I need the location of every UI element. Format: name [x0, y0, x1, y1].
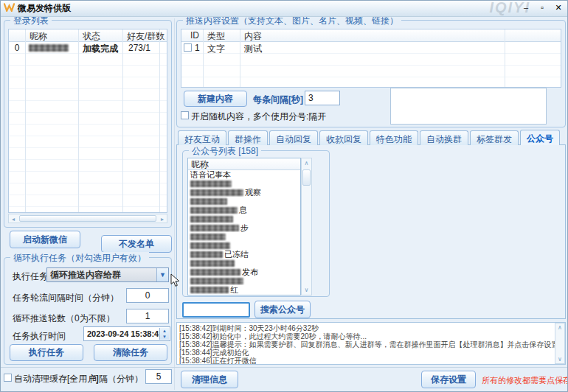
- content-col-type[interactable]: 类型: [207, 30, 225, 43]
- blurred-account-name: [190, 207, 238, 214]
- account-list-item[interactable]: 发布: [188, 267, 300, 276]
- datetime-spinner-icon[interactable]: ▲▼: [159, 328, 169, 340]
- tab-自动回复[interactable]: 自动回复: [269, 130, 318, 145]
- account-name-text: 已冻结: [224, 250, 249, 259]
- app-icon: [4, 3, 15, 14]
- accounts-vscrollbar[interactable]: ∧ ∨: [301, 158, 312, 295]
- app-window: 微易发特供版 IQIYI – ▫ ✕ 登录列表 昵称 状态 好友/群数 0加载完…: [0, 0, 568, 392]
- blurred-account-name: [190, 251, 223, 258]
- scroll-right-icon[interactable]: ▸: [158, 216, 167, 223]
- account-list-item[interactable]: 语音记事本: [188, 170, 300, 179]
- account-list-item[interactable]: 红: [188, 285, 300, 294]
- log-vscrollbar[interactable]: ∧ ∨: [555, 323, 565, 364]
- account-list-item[interactable]: 观察: [188, 188, 300, 197]
- task-select[interactable]: 循环推送内容给群 ▼: [46, 267, 169, 282]
- blurred-account-name: [190, 198, 227, 205]
- account-search-input[interactable]: [182, 302, 250, 318]
- accounts-list[interactable]: 昵称 语音记事本观察息步已冻结发布红: [187, 158, 301, 295]
- random-content-label: 开启随机内容，多个使用分号:隔开: [191, 111, 326, 123]
- tab-特色功能[interactable]: 特色功能: [370, 130, 418, 145]
- auto-clean-label: 自动清理缓存[全用户]: [14, 373, 99, 385]
- login-col-nickname[interactable]: 昵称: [30, 30, 47, 43]
- login-col-line: [78, 29, 79, 212]
- tab-自动换群[interactable]: 自动换群: [420, 130, 468, 145]
- exec-time-input[interactable]: 2023-09-24 15:38:41 ▲▼: [83, 326, 170, 341]
- login-count: 273/1: [128, 43, 150, 53]
- no-send-list-button[interactable]: 不发名单: [101, 235, 172, 253]
- login-table-header: 昵称 状态 好友/群数: [9, 29, 167, 42]
- account-list-item[interactable]: [188, 276, 300, 285]
- login-table-row[interactable]: 0加载完成273/1: [9, 42, 167, 54]
- blurred-account-name: [190, 225, 239, 231]
- account-list-item[interactable]: [188, 214, 300, 223]
- account-list-item[interactable]: [188, 241, 300, 250]
- log-line: [15:38:42]到期时间：30天23小时46分32秒: [177, 324, 565, 332]
- clean-interval-label: 间隔（分钟）: [90, 373, 143, 385]
- tab-strip: 好友互动群操作自动回复收款回复特色功能自动换群标签群发公众号: [178, 130, 560, 145]
- content-table-row[interactable]: 1文字测试: [181, 42, 561, 54]
- account-list-item[interactable]: [188, 179, 300, 188]
- scroll-thumb[interactable]: [19, 215, 156, 222]
- tab-收款回复[interactable]: 收款回复: [319, 130, 368, 145]
- rounds-input[interactable]: 1: [126, 309, 169, 323]
- account-list-item[interactable]: [188, 259, 300, 267]
- account-list-item[interactable]: 步: [188, 223, 300, 232]
- clean-info-button[interactable]: 清理信息: [181, 371, 238, 388]
- content-type: 文字: [207, 43, 225, 55]
- login-table-body[interactable]: 0加载完成273/1: [9, 42, 167, 213]
- content-col-line: [240, 29, 240, 87]
- accounts-col-nickname[interactable]: 昵称: [188, 158, 300, 170]
- tab-标签群发[interactable]: 标签群发: [470, 130, 519, 145]
- content-row-checkbox[interactable]: [184, 43, 192, 52]
- scroll-down-icon[interactable]: ∨: [555, 356, 564, 363]
- minimize-icon[interactable]: –: [520, 2, 532, 14]
- log-area[interactable]: [15:38:42]到期时间：30天23小时46分32秒[15:38:42]初始…: [176, 322, 566, 365]
- scroll-left-icon[interactable]: ◂: [9, 216, 18, 223]
- scroll-up-icon[interactable]: ∧: [555, 324, 564, 331]
- login-hscrollbar[interactable]: ◂ ▸: [8, 214, 167, 223]
- blurred-account-name: [190, 269, 240, 276]
- run-task-button[interactable]: 执行任务: [10, 344, 83, 361]
- account-list-item[interactable]: 息: [188, 206, 300, 214]
- account-list-item[interactable]: [188, 197, 300, 206]
- account-name-text: 语音记事本: [190, 170, 231, 179]
- tab-好友互动[interactable]: 好友互动: [178, 130, 226, 145]
- tab-公众号[interactable]: 公众号: [520, 130, 560, 145]
- close-icon[interactable]: ✕: [553, 2, 564, 14]
- content-col-id[interactable]: ID: [190, 30, 199, 41]
- blurred-nickname: [29, 44, 69, 52]
- scroll-up-icon[interactable]: ∧: [302, 160, 311, 167]
- content-table-body[interactable]: 1文字测试: [181, 42, 561, 88]
- content-preview-textarea[interactable]: [390, 88, 547, 125]
- login-table[interactable]: 昵称 状态 好友/群数 0加载完成273/1: [8, 29, 167, 213]
- blurred-account-name: [190, 189, 243, 196]
- tab-群操作[interactable]: 群操作: [228, 130, 268, 145]
- scroll-thumb[interactable]: [302, 169, 311, 186]
- search-accounts-button[interactable]: 搜索公众号: [254, 301, 311, 318]
- content-table[interactable]: ID 类型 内容 1文字测试: [181, 29, 561, 88]
- task-interval-input[interactable]: 0: [126, 288, 169, 303]
- log-line: [15:38:46]正在打开微信: [177, 357, 565, 365]
- account-list-item[interactable]: [188, 232, 300, 241]
- accounts-title: 公众号列表 [158]: [189, 145, 261, 158]
- account-list-item[interactable]: 已冻结: [188, 250, 300, 259]
- login-status: 加载完成: [83, 43, 118, 55]
- clear-task-button[interactable]: 清除任务: [94, 344, 167, 361]
- new-content-button[interactable]: 新建内容: [184, 91, 247, 107]
- log-line: [15:38:42]温馨提示：如果需要护群、回复群消息、新人进群等，需在群操作里…: [177, 340, 565, 349]
- maximize-icon[interactable]: ▫: [536, 2, 548, 14]
- save-settings-button[interactable]: 保存设置: [421, 371, 476, 388]
- login-col-status[interactable]: 状态: [83, 30, 100, 43]
- clean-interval-input[interactable]: 5: [145, 369, 172, 384]
- gap-input[interactable]: 3: [305, 91, 340, 105]
- blurred-account-name: [190, 216, 233, 223]
- auto-clean-checkbox[interactable]: [4, 374, 12, 382]
- start-new-wechat-button[interactable]: 启动新微信: [10, 231, 80, 248]
- chevron-down-icon[interactable]: ▼: [156, 268, 168, 281]
- content-col-content[interactable]: 内容: [244, 30, 262, 43]
- scroll-down-icon[interactable]: ∨: [302, 287, 311, 293]
- login-col-line: [25, 29, 26, 212]
- blurred-account-name: [190, 242, 230, 249]
- random-content-checkbox[interactable]: [181, 111, 189, 119]
- account-name-text: 发布: [242, 267, 258, 276]
